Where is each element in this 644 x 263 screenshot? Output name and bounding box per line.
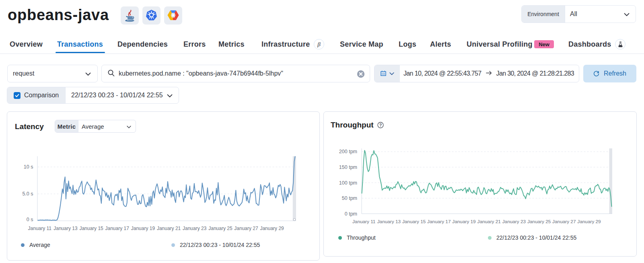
svg-text:150 tpm: 150 tpm	[339, 164, 357, 170]
svg-text:200 tpm: 200 tpm	[339, 149, 357, 154]
svg-text:January 17: January 17	[105, 226, 129, 231]
svg-text:January 21: January 21	[477, 219, 500, 224]
svg-text:January 27: January 27	[552, 219, 576, 224]
svg-text:0 tpm: 0 tpm	[344, 211, 357, 216]
svg-text:0 s: 0 s	[26, 216, 33, 222]
svg-text:January 23: January 23	[502, 219, 526, 224]
svg-text:January 15: January 15	[402, 219, 426, 224]
svg-text:January 29: January 29	[577, 219, 601, 224]
svg-text:5.0 s: 5.0 s	[22, 191, 33, 197]
svg-text:January 27: January 27	[234, 226, 258, 231]
svg-text:January 13: January 13	[377, 219, 401, 224]
svg-text:January 19: January 19	[131, 226, 155, 231]
svg-text:January 25: January 25	[208, 226, 232, 231]
svg-text:10 s: 10 s	[23, 164, 33, 170]
svg-text:January 25: January 25	[527, 219, 551, 224]
svg-text:January 19: January 19	[452, 219, 475, 224]
svg-text:January 17: January 17	[427, 219, 451, 224]
svg-text:January 11: January 11	[28, 226, 51, 231]
svg-text:January 21: January 21	[156, 226, 181, 231]
svg-text:January 13: January 13	[53, 226, 78, 231]
svg-text:100 tpm: 100 tpm	[339, 180, 357, 185]
svg-text:50 tpm: 50 tpm	[342, 195, 357, 201]
svg-text:January 23: January 23	[183, 226, 207, 231]
svg-text:January 11: January 11	[352, 219, 375, 224]
svg-text:January 29: January 29	[260, 226, 284, 231]
svg-text:January 15: January 15	[79, 226, 103, 231]
